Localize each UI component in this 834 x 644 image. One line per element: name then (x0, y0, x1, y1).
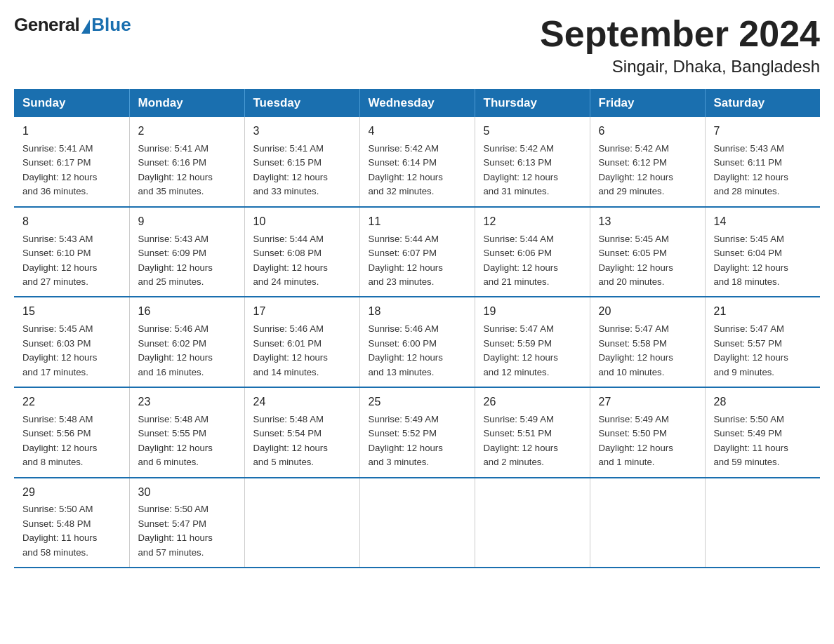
day-info: Sunrise: 5:45 AMSunset: 6:04 PMDaylight:… (714, 232, 814, 290)
day-info: Sunrise: 5:48 AMSunset: 5:54 PMDaylight:… (253, 412, 352, 470)
day-info: Sunrise: 5:43 AMSunset: 6:10 PMDaylight:… (22, 232, 122, 290)
day-number: 27 (599, 394, 698, 411)
day-number: 15 (22, 303, 122, 321)
day-info: Sunrise: 5:50 AMSunset: 5:48 PMDaylight:… (22, 502, 122, 560)
calendar-table: Sunday Monday Tuesday Wednesday Thursday… (14, 89, 820, 568)
day-info: Sunrise: 5:50 AMSunset: 5:49 PMDaylight:… (714, 412, 814, 470)
calendar-week-row: 22Sunrise: 5:48 AMSunset: 5:56 PMDayligh… (14, 387, 820, 478)
day-info: Sunrise: 5:42 AMSunset: 6:12 PMDaylight:… (599, 142, 698, 199)
header-saturday: Saturday (705, 89, 820, 117)
day-info: Sunrise: 5:47 AMSunset: 5:57 PMDaylight:… (714, 322, 814, 380)
calendar-day-cell: 16Sunrise: 5:46 AMSunset: 6:02 PMDayligh… (129, 297, 244, 387)
calendar-day-cell: 9Sunrise: 5:43 AMSunset: 6:09 PMDaylight… (129, 207, 244, 297)
day-info: Sunrise: 5:47 AMSunset: 5:58 PMDaylight:… (599, 322, 698, 380)
calendar-day-cell: 10Sunrise: 5:44 AMSunset: 6:08 PMDayligh… (244, 207, 359, 297)
day-number: 19 (484, 303, 583, 321)
day-info: Sunrise: 5:46 AMSunset: 6:00 PMDaylight:… (369, 322, 468, 380)
day-number: 16 (138, 303, 237, 321)
day-number: 11 (369, 213, 468, 231)
logo: General Blue (14, 14, 131, 36)
day-info: Sunrise: 5:49 AMSunset: 5:51 PMDaylight:… (484, 412, 583, 470)
day-number: 26 (484, 394, 583, 411)
calendar-day-cell: 6Sunrise: 5:42 AMSunset: 6:12 PMDaylight… (590, 117, 705, 207)
day-number: 21 (714, 303, 814, 321)
day-info: Sunrise: 5:41 AMSunset: 6:16 PMDaylight:… (138, 142, 237, 199)
calendar-day-cell: 3Sunrise: 5:41 AMSunset: 6:15 PMDaylight… (244, 117, 359, 207)
calendar-week-row: 15Sunrise: 5:45 AMSunset: 6:03 PMDayligh… (14, 297, 820, 387)
day-number: 29 (22, 484, 122, 502)
header-wednesday: Wednesday (359, 89, 475, 117)
logo-general-text: General (14, 14, 79, 36)
calendar-day-cell: 23Sunrise: 5:48 AMSunset: 5:55 PMDayligh… (129, 387, 244, 478)
calendar-day-cell: 30Sunrise: 5:50 AMSunset: 5:47 PMDayligh… (129, 478, 244, 568)
day-info: Sunrise: 5:48 AMSunset: 5:55 PMDaylight:… (138, 412, 237, 470)
day-number: 22 (22, 394, 122, 411)
calendar-day-cell: 22Sunrise: 5:48 AMSunset: 5:56 PMDayligh… (14, 387, 129, 478)
calendar-day-cell (705, 478, 820, 568)
day-info: Sunrise: 5:44 AMSunset: 6:07 PMDaylight:… (369, 232, 468, 290)
day-info: Sunrise: 5:45 AMSunset: 6:05 PMDaylight:… (599, 232, 698, 290)
header-monday: Monday (129, 89, 244, 117)
calendar-day-cell (244, 478, 359, 568)
calendar-day-cell: 8Sunrise: 5:43 AMSunset: 6:10 PMDaylight… (14, 207, 129, 297)
calendar-day-cell: 18Sunrise: 5:46 AMSunset: 6:00 PMDayligh… (359, 297, 475, 387)
calendar-day-cell: 7Sunrise: 5:43 AMSunset: 6:11 PMDaylight… (705, 117, 820, 207)
header-tuesday: Tuesday (244, 89, 359, 117)
calendar-week-row: 1Sunrise: 5:41 AMSunset: 6:17 PMDaylight… (14, 117, 820, 207)
day-number: 24 (253, 394, 352, 411)
day-number: 23 (138, 394, 237, 411)
logo-triangle-icon (81, 20, 90, 34)
day-number: 17 (253, 303, 352, 321)
calendar-day-cell: 25Sunrise: 5:49 AMSunset: 5:52 PMDayligh… (359, 387, 475, 478)
day-number: 1 (22, 123, 122, 140)
day-number: 18 (369, 303, 468, 321)
day-number: 3 (253, 123, 352, 140)
calendar-day-cell: 1Sunrise: 5:41 AMSunset: 6:17 PMDaylight… (14, 117, 129, 207)
calendar-week-row: 8Sunrise: 5:43 AMSunset: 6:10 PMDaylight… (14, 207, 820, 297)
calendar-title: September 2024 (540, 14, 820, 54)
calendar-day-cell: 2Sunrise: 5:41 AMSunset: 6:16 PMDaylight… (129, 117, 244, 207)
calendar-subtitle: Singair, Dhaka, Bangladesh (540, 57, 820, 76)
calendar-day-cell: 4Sunrise: 5:42 AMSunset: 6:14 PMDaylight… (359, 117, 475, 207)
calendar-day-cell: 29Sunrise: 5:50 AMSunset: 5:48 PMDayligh… (14, 478, 129, 568)
day-info: Sunrise: 5:41 AMSunset: 6:17 PMDaylight:… (22, 142, 122, 199)
day-number: 14 (714, 213, 814, 231)
calendar-day-cell: 5Sunrise: 5:42 AMSunset: 6:13 PMDaylight… (475, 117, 590, 207)
day-number: 25 (369, 394, 468, 411)
day-info: Sunrise: 5:46 AMSunset: 6:02 PMDaylight:… (138, 322, 237, 380)
day-number: 10 (253, 213, 352, 231)
day-info: Sunrise: 5:44 AMSunset: 6:06 PMDaylight:… (484, 232, 583, 290)
day-number: 6 (599, 123, 698, 140)
day-info: Sunrise: 5:46 AMSunset: 6:01 PMDaylight:… (253, 322, 352, 380)
calendar-day-cell: 12Sunrise: 5:44 AMSunset: 6:06 PMDayligh… (475, 207, 590, 297)
calendar-day-cell (590, 478, 705, 568)
day-info: Sunrise: 5:43 AMSunset: 6:09 PMDaylight:… (138, 232, 237, 290)
calendar-day-cell (359, 478, 475, 568)
day-info: Sunrise: 5:41 AMSunset: 6:15 PMDaylight:… (253, 142, 352, 199)
header-thursday: Thursday (475, 89, 590, 117)
day-info: Sunrise: 5:49 AMSunset: 5:52 PMDaylight:… (369, 412, 468, 470)
calendar-day-cell: 21Sunrise: 5:47 AMSunset: 5:57 PMDayligh… (705, 297, 820, 387)
calendar-header-row: Sunday Monday Tuesday Wednesday Thursday… (14, 89, 820, 117)
calendar-day-cell: 19Sunrise: 5:47 AMSunset: 5:59 PMDayligh… (475, 297, 590, 387)
day-number: 2 (138, 123, 237, 140)
calendar-day-cell (475, 478, 590, 568)
day-info: Sunrise: 5:47 AMSunset: 5:59 PMDaylight:… (484, 322, 583, 380)
page-header: General Blue September 2024 Singair, Dha… (14, 14, 820, 76)
day-info: Sunrise: 5:42 AMSunset: 6:13 PMDaylight:… (484, 142, 583, 199)
calendar-day-cell: 28Sunrise: 5:50 AMSunset: 5:49 PMDayligh… (705, 387, 820, 478)
day-info: Sunrise: 5:49 AMSunset: 5:50 PMDaylight:… (599, 412, 698, 470)
calendar-day-cell: 24Sunrise: 5:48 AMSunset: 5:54 PMDayligh… (244, 387, 359, 478)
header-sunday: Sunday (14, 89, 129, 117)
day-number: 28 (714, 394, 814, 411)
calendar-week-row: 29Sunrise: 5:50 AMSunset: 5:48 PMDayligh… (14, 478, 820, 568)
calendar-day-cell: 13Sunrise: 5:45 AMSunset: 6:05 PMDayligh… (590, 207, 705, 297)
day-number: 12 (484, 213, 583, 231)
day-number: 13 (599, 213, 698, 231)
day-number: 5 (484, 123, 583, 140)
calendar-day-cell: 15Sunrise: 5:45 AMSunset: 6:03 PMDayligh… (14, 297, 129, 387)
day-info: Sunrise: 5:48 AMSunset: 5:56 PMDaylight:… (22, 412, 122, 470)
calendar-day-cell: 26Sunrise: 5:49 AMSunset: 5:51 PMDayligh… (475, 387, 590, 478)
header-friday: Friday (590, 89, 705, 117)
calendar-day-cell: 17Sunrise: 5:46 AMSunset: 6:01 PMDayligh… (244, 297, 359, 387)
